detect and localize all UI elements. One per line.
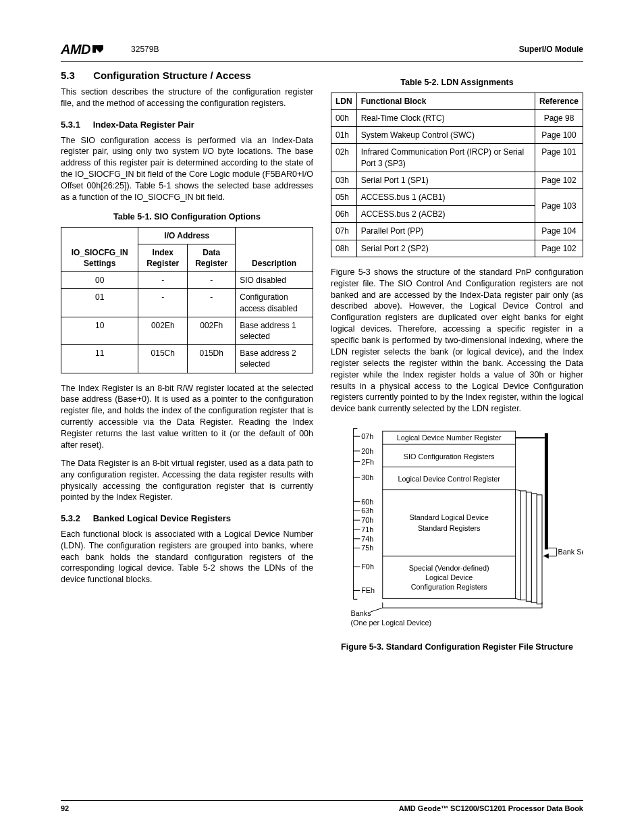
fig-label: Special (Vendor-defined) (409, 564, 489, 572)
table-row: 08h Serial Port 2 (SP2) Page 102 (331, 240, 583, 257)
fig-label: Configuration Registers (411, 583, 488, 591)
table-row: 01 - - Configuration access disabled (61, 289, 313, 317)
page-footer: 92 AMD Geode™ SC1200/SC1201 Processor Da… (61, 800, 583, 814)
table-5-2-title: Table 5-2. LDN Assignments (331, 77, 583, 88)
logo-text: AMD (61, 41, 90, 59)
fig-label: Standard Logical Device (410, 513, 489, 521)
sub531-p3: The Data Register is an 8-bit virtual re… (61, 458, 313, 504)
t51-h-index: Index Register (138, 244, 188, 271)
svg-rect-17 (537, 495, 542, 604)
section-title: Configuration Structure / Access (93, 70, 251, 81)
fig-addr: 71h (361, 525, 373, 533)
table-row: 11 015Ch 015Dh Base address 2 selected (61, 345, 313, 373)
fig-addr: 74h (361, 535, 373, 543)
figure-5-3-caption: Figure 5-3. Standard Configuration Regis… (331, 642, 583, 653)
sub531-p1: The SIO configuration access is performe… (61, 135, 313, 203)
fig-label: Standard Registers (418, 524, 481, 532)
fig-label: Logical Device (425, 573, 473, 581)
doc-code: 32579B (131, 44, 159, 55)
table-5-2: LDN Functional Block Reference 00h Real-… (331, 93, 583, 257)
fig-addr: 30h (361, 473, 373, 481)
table-row: 00 - - SIO disabled (61, 272, 313, 289)
sub-title: Index-Data Register Pair (93, 120, 194, 130)
sub-number: 5.3.2 (61, 513, 90, 525)
svg-line-26 (371, 608, 383, 612)
right-column: Table 5-2. LDN Assignments LDN Functiona… (331, 69, 583, 653)
book-title: AMD Geode™ SC1200/SC1201 Processor Data … (399, 804, 583, 814)
t51-h-desc: Description (236, 227, 313, 272)
svg-rect-20 (520, 491, 526, 600)
fig-label: Logical Device Control Register (398, 475, 500, 483)
t52-h-ldn: LDN (331, 93, 357, 109)
fig-addr: FEh (361, 587, 375, 595)
fig-addr: 2Fh (361, 458, 374, 466)
sub-title: Banked Logical Device Registers (93, 513, 231, 523)
fig-label: Bank Select (558, 548, 583, 556)
fig-addr: 70h (361, 516, 373, 524)
subsection-531-heading: 5.3.1 Index-Data Register Pair (61, 119, 313, 131)
fig-label: SIO Configuration Registers (404, 452, 495, 461)
table-row: 00h Real-Time Clock (RTC) Page 98 (331, 110, 583, 127)
t51-h-settings: IO_SIOCFG_IN Settings (61, 227, 138, 272)
page-number: 92 (61, 804, 69, 814)
sub532-p1: Each functional block is associated with… (61, 529, 313, 585)
table-row: 03h Serial Port 1 (SP1) Page 102 (331, 172, 583, 188)
figure-5-3: 07h 20h 2Fh 30h 60h 63h 70h 71h 74h 75h … (331, 421, 583, 653)
fig-addr: 20h (361, 447, 373, 455)
section-number: 5.3 (61, 69, 90, 82)
page-header: AMD 32579B SuperI/O Module (61, 41, 583, 62)
sub-number: 5.3.1 (61, 119, 90, 131)
amd-logo: AMD (61, 41, 104, 59)
t51-h-data: Data Register (188, 244, 236, 271)
svg-marker-24 (543, 554, 549, 559)
table-5-1: IO_SIOCFG_IN Settings I/O Address Descri… (61, 227, 313, 373)
section-intro: This section describes the structure of … (61, 86, 313, 109)
fig-label: (One per Logical Device) (351, 619, 432, 627)
amd-arrow-icon (92, 45, 104, 55)
svg-line-22 (516, 490, 521, 491)
table-row: 02h Infrared Communication Port (IRCP) o… (331, 144, 583, 172)
sub531-p2: The Index Register is an 8-bit R/W regis… (61, 383, 313, 451)
fig-addr: 60h (361, 498, 373, 506)
table-row: 01h System Wakeup Control (SWC) Page 100 (331, 127, 583, 144)
t52-h-fb: Functional Block (356, 93, 535, 109)
table-row: 05h ACCESS.bus 1 (ACB1) Page 103 (331, 189, 583, 206)
svg-rect-18 (531, 494, 537, 602)
svg-rect-19 (526, 492, 531, 601)
table-row: 10 002Eh 002Fh Base address 1 selected (61, 317, 313, 344)
left-column: 5.3 Configuration Structure / Access Thi… (61, 69, 313, 653)
subsection-532-heading: 5.3.2 Banked Logical Device Registers (61, 513, 313, 525)
fig-label: Logical Device Number Register (397, 434, 502, 442)
svg-rect-23 (545, 433, 548, 549)
fig-label: Banks (351, 609, 372, 617)
svg-line-21 (516, 598, 521, 600)
table-5-1-title: Table 5-1. SIO Configuration Options (61, 211, 313, 223)
section-heading: 5.3 Configuration Structure / Access (61, 69, 313, 82)
fig-addr: F0h (361, 563, 374, 571)
t51-h-ioaddr: I/O Address (138, 227, 236, 244)
module-name: SuperI/O Module (519, 44, 583, 55)
fig-addr: 07h (361, 432, 373, 440)
table-row: 07h Parallel Port (PP) Page 104 (331, 223, 583, 240)
fig-addr: 63h (361, 507, 373, 515)
t52-h-ref: Reference (535, 93, 583, 109)
fig-addr: 75h (361, 544, 373, 552)
col2-p1: Figure 5-3 shows the structure of the st… (331, 267, 583, 415)
